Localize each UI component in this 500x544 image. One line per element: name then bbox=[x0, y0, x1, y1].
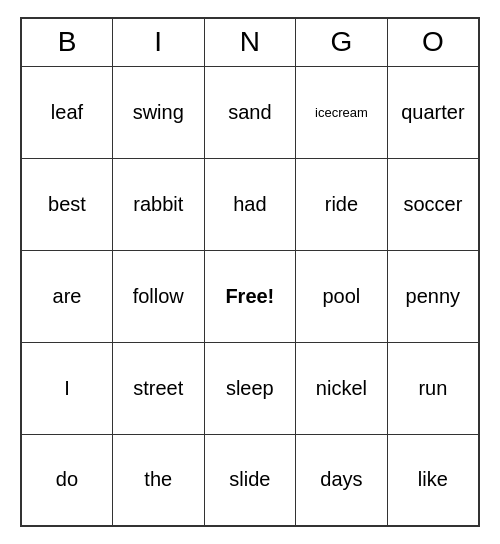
bingo-card: BINGO leafswingsandicecreamquarterbestra… bbox=[20, 17, 480, 527]
bingo-cell-r0-c4: quarter bbox=[387, 66, 479, 158]
bingo-cell-r2-c4: penny bbox=[387, 250, 479, 342]
bingo-cell-r2-c2: Free! bbox=[204, 250, 296, 342]
bingo-row-2: arefollowFree!poolpenny bbox=[21, 250, 479, 342]
bingo-cell-r3-c1: street bbox=[112, 342, 204, 434]
bingo-cell-r0-c1: swing bbox=[112, 66, 204, 158]
bingo-cell-r1-c4: soccer bbox=[387, 158, 479, 250]
bingo-cell-r4-c0: do bbox=[21, 434, 112, 526]
bingo-cell-r0-c2: sand bbox=[204, 66, 296, 158]
bingo-cell-r4-c4: like bbox=[387, 434, 479, 526]
header-col-g: G bbox=[296, 18, 388, 66]
bingo-cell-r1-c0: best bbox=[21, 158, 112, 250]
bingo-row-1: bestrabbithadridesoccer bbox=[21, 158, 479, 250]
bingo-cell-r1-c2: had bbox=[204, 158, 296, 250]
bingo-cell-r3-c3: nickel bbox=[296, 342, 388, 434]
bingo-cell-r3-c4: run bbox=[387, 342, 479, 434]
bingo-cell-r0-c3: icecream bbox=[296, 66, 388, 158]
bingo-cell-r1-c3: ride bbox=[296, 158, 388, 250]
bingo-cell-r3-c2: sleep bbox=[204, 342, 296, 434]
bingo-cell-r1-c1: rabbit bbox=[112, 158, 204, 250]
header-col-b: B bbox=[21, 18, 112, 66]
bingo-row-0: leafswingsandicecreamquarter bbox=[21, 66, 479, 158]
bingo-cell-r4-c2: slide bbox=[204, 434, 296, 526]
header-col-o: O bbox=[387, 18, 479, 66]
bingo-cell-r2-c3: pool bbox=[296, 250, 388, 342]
bingo-cell-r4-c3: days bbox=[296, 434, 388, 526]
bingo-row-3: Istreetsleepnickelrun bbox=[21, 342, 479, 434]
bingo-cell-r2-c1: follow bbox=[112, 250, 204, 342]
header-row: BINGO bbox=[21, 18, 479, 66]
bingo-cell-r4-c1: the bbox=[112, 434, 204, 526]
bingo-cell-r0-c0: leaf bbox=[21, 66, 112, 158]
bingo-cell-r2-c0: are bbox=[21, 250, 112, 342]
bingo-row-4: dotheslidedayslike bbox=[21, 434, 479, 526]
bingo-cell-r3-c0: I bbox=[21, 342, 112, 434]
header-col-n: N bbox=[204, 18, 296, 66]
header-col-i: I bbox=[112, 18, 204, 66]
